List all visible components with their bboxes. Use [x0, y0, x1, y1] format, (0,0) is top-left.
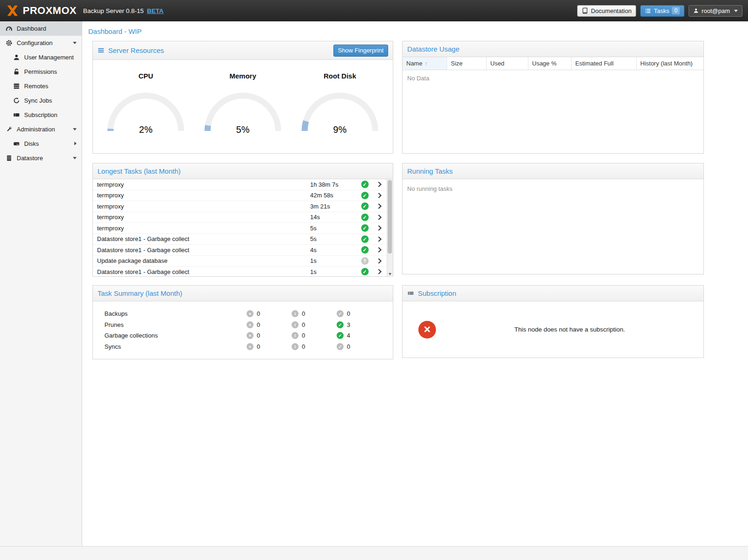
longest-tasks-header: Longest Tasks (last Month): [93, 163, 393, 179]
gauge-title: Memory: [199, 72, 287, 80]
ok-icon: ✓: [337, 310, 344, 317]
task-duration: 14s: [310, 214, 357, 221]
sidebar-item-sync-jobs[interactable]: Sync Jobs: [0, 93, 82, 108]
no-data-text: No Data: [403, 70, 703, 86]
gauge-value: 5%: [201, 124, 285, 135]
show-fingerprint-button[interactable]: Show Fingerprint: [333, 45, 388, 57]
task-row[interactable]: Datastore store1 - Garbage collect 1s ✓: [93, 267, 387, 277]
warning-count: 0: [302, 310, 305, 317]
documentation-label: Documentation: [591, 7, 631, 14]
sidebar-item-label: Disks: [24, 140, 39, 147]
task-row[interactable]: Datastore store1 - Garbage collect 4s ✓: [93, 245, 387, 256]
scroll-down-button[interactable]: [387, 271, 393, 277]
user-menu-button[interactable]: root@pam: [689, 5, 742, 17]
sidebar-item-dashboard[interactable]: Dashboard: [0, 21, 82, 36]
subscription-message: This node does not have a subscription.: [436, 326, 703, 333]
sidebar-item-datastore[interactable]: Datastore: [0, 151, 82, 165]
building-icon: [6, 155, 13, 162]
tasks-count-badge: 0: [672, 7, 680, 14]
server-icon: [13, 83, 20, 90]
wrench-icon: [6, 126, 13, 133]
ok-count: 3: [347, 321, 350, 328]
chevron-down-icon[interactable]: [73, 157, 77, 159]
longest-tasks-panel: Longest Tasks (last Month) termproxy 1h …: [92, 163, 393, 277]
task-summary-panel: Task Summary (last Month) Backups ×0 !0 …: [92, 285, 393, 359]
chevron-right-icon[interactable]: [372, 247, 387, 253]
panel-title: Subscription: [418, 289, 456, 297]
documentation-button[interactable]: Documentation: [577, 5, 636, 17]
warning-count: 0: [302, 321, 305, 328]
chevron-down-icon: [734, 10, 738, 12]
warning-icon: !: [292, 321, 299, 328]
chevron-down-icon[interactable]: [73, 42, 77, 44]
hdd-icon: [13, 140, 20, 147]
chevron-down-icon[interactable]: [73, 128, 77, 130]
chevron-right-icon[interactable]: [372, 258, 387, 264]
task-row[interactable]: termproxy 42m 58s ✓: [93, 190, 387, 202]
unlock-icon: [13, 68, 20, 75]
scrollbar-thumb[interactable]: [388, 180, 392, 254]
summary-row: Garbage collections ×0 !0 ✓4: [93, 330, 393, 341]
task-summary-header: Task Summary (last Month): [93, 286, 393, 301]
task-duration: 3m 21s: [310, 203, 357, 210]
sidebar-item-disks[interactable]: Disks: [0, 137, 82, 151]
ok-count: 0: [347, 343, 350, 350]
sidebar-item-user-management[interactable]: User Management: [0, 50, 82, 65]
column-header-size[interactable]: Size: [447, 57, 487, 70]
tasks-button[interactable]: Tasks 0: [640, 5, 684, 17]
task-name: Datastore store1 - Garbage collect: [93, 268, 310, 275]
task-name: termproxy: [93, 192, 310, 199]
column-header-used[interactable]: Used: [487, 57, 528, 70]
running-tasks-header: Running Tasks: [403, 163, 703, 179]
task-duration: 4s: [310, 247, 357, 254]
chevron-right-icon[interactable]: [372, 193, 387, 198]
task-duration: 5s: [310, 225, 357, 232]
column-header-usage-pct[interactable]: Usage %: [528, 57, 572, 70]
task-row[interactable]: Datastore store1 - Garbage collect 5s ✓: [93, 234, 387, 245]
subscription-panel: Subscription × This node does not have a…: [402, 285, 704, 358]
sidebar-item-permissions[interactable]: Permissions: [0, 65, 82, 79]
sidebar-item-administration[interactable]: Administration: [0, 122, 82, 137]
task-name: termproxy: [93, 203, 310, 210]
task-row[interactable]: termproxy 14s ✓: [93, 212, 387, 223]
chevron-right-icon[interactable]: [372, 215, 387, 220]
task-name: termproxy: [93, 225, 310, 232]
task-row[interactable]: termproxy 5s ✓: [93, 223, 387, 234]
datastore-table-header: Name ↑ Size Used Usage % Estimated Full …: [403, 57, 703, 70]
summary-label: Syncs: [93, 343, 247, 350]
chevron-right-icon[interactable]: [372, 236, 387, 242]
column-header-estimated-full[interactable]: Estimated Full: [572, 57, 637, 70]
server-resources-header: Server Resources Show Fingerprint: [93, 41, 393, 60]
page-title: Dashboard - WIP: [83, 21, 748, 41]
beta-link[interactable]: BETA: [147, 7, 164, 14]
gear-icon: [6, 39, 13, 46]
sidebar-item-configuration[interactable]: Configuration: [0, 36, 82, 50]
chevron-right-icon[interactable]: [372, 269, 387, 274]
error-count: 0: [257, 321, 260, 328]
warning-icon: !: [292, 343, 299, 350]
vertical-scrollbar[interactable]: [387, 179, 393, 277]
task-row[interactable]: termproxy 3m 21s ✓: [93, 201, 387, 212]
ok-status-icon: ✓: [361, 202, 369, 210]
error-count: 0: [257, 310, 260, 317]
task-row[interactable]: termproxy 1h 38m 7s ✓: [93, 179, 387, 190]
chevron-right-icon[interactable]: [74, 142, 77, 145]
error-count: 0: [257, 332, 260, 339]
summary-row: Syncs ×0 !0 ✓0: [93, 341, 393, 352]
column-header-name[interactable]: Name ↑: [403, 57, 447, 70]
column-header-history[interactable]: History (last Month): [637, 57, 703, 70]
proxmox-logo: PROXMOX: [6, 4, 77, 18]
chevron-right-icon[interactable]: [372, 182, 387, 187]
sidebar-item-label: Datastore: [17, 155, 43, 162]
ok-icon: ✓: [337, 321, 344, 328]
task-row[interactable]: Update package database 1s ?: [93, 256, 387, 267]
warning-count: 0: [302, 343, 305, 350]
sidebar-item-remotes[interactable]: Remotes: [0, 79, 82, 93]
subscription-body: × This node does not have a subscription…: [403, 301, 703, 358]
chevron-right-icon[interactable]: [372, 203, 387, 209]
server-resources-panel: Server Resources Show Fingerprint CPU 2%: [92, 41, 393, 154]
sidebar-item-subscription[interactable]: Subscription: [0, 108, 82, 122]
ticket-icon: [13, 111, 20, 118]
chevron-right-icon[interactable]: [372, 225, 387, 231]
task-name: Update package database: [93, 257, 310, 264]
